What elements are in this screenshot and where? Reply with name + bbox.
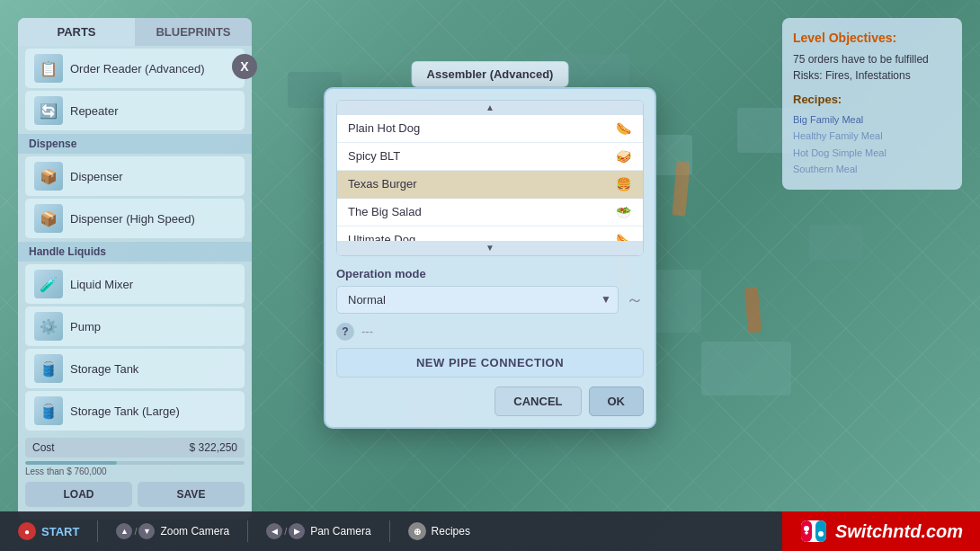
svg-rect-6 [806,531,807,535]
spicy-blt-label: Spicy BLT [348,149,400,163]
recipe-row-ultimate-dog[interactable]: Ultimate Dog 🌭 [337,227,643,241]
start-control: ● START [18,522,79,540]
recipe-list: Plain Hot Dog 🌭 Spicy BLT 🥪 Texas Burger… [337,115,643,241]
spicy-blt-icon: 🥪 [614,149,632,164]
pan-label: Pan Camera [310,525,370,538]
operation-mode-select-wrapper: Normal Boost Economy ▼ [336,286,619,314]
divider-3 [389,520,390,542]
texas-burger-icon: 🍔 [614,177,632,191]
divider-2 [247,520,248,542]
operation-mode-row: Normal Boost Economy ▼ ～ [336,286,644,314]
modal-overlay: ▲ Plain Hot Dog 🌭 Spicy BLT 🥪 Texas Burg… [0,0,980,551]
pipe-dashes: --- [361,324,373,338]
assembler-modal: ▲ Plain Hot Dog 🌭 Spicy BLT 🥪 Texas Burg… [324,87,656,429]
op-mode-symbol: ～ [626,288,644,312]
svg-point-4 [818,531,824,537]
nintendo-switch-icon [799,517,828,546]
ultimate-dog-label: Ultimate Dog [348,233,415,241]
operation-mode-section: Operation mode Normal Boost Economy ▼ ～ [336,267,644,314]
nintendo-brand-text: Switchntd.com [835,521,963,542]
big-salad-icon: 🥗 [614,205,632,219]
start-label: START [41,525,79,538]
dpad-down-icon[interactable]: ▼ [138,523,155,539]
cancel-button[interactable]: CANCEL [494,387,581,416]
dpad-left-icon[interactable]: ◀ [266,523,282,539]
pan-control: ◀ / ▶ Pan Camera [266,523,370,539]
zoom-label: Zoom Camera [160,525,229,538]
ultimate-dog-icon: 🌭 [614,233,632,241]
pan-slash: / [284,526,287,537]
big-salad-label: The Big Salad [348,205,422,218]
texas-burger-label: Texas Burger [348,177,417,191]
pipe-row: ? --- [336,323,644,341]
recipes-control: ⊕ Recipes [408,522,470,540]
recipe-row-big-salad[interactable]: The Big Salad 🥗 [337,199,643,227]
operation-mode-label: Operation mode [336,267,644,280]
svg-point-3 [804,526,809,531]
scroll-up-button[interactable]: ▲ [337,101,643,115]
nintendo-logo: Switchntd.com [782,511,980,551]
recipe-row-texas-burger[interactable]: Texas Burger 🍔 [337,171,643,199]
pan-dpad: ◀ / ▶ [266,523,305,539]
dpad-slash: / [134,526,137,537]
plain-hot-dog-icon: 🌭 [614,121,632,136]
dpad-up-icon[interactable]: ▲ [116,523,132,539]
recipes-circle-icon[interactable]: ⊕ [408,522,426,540]
scroll-down-button[interactable]: ▼ [337,241,643,255]
operation-mode-select[interactable]: Normal Boost Economy [336,286,619,314]
plain-hot-dog-label: Plain Hot Dog [348,121,420,135]
new-pipe-connection-button[interactable]: NEW PIPE CONNECTION [336,348,644,378]
recipes-label: Recipes [432,525,470,538]
recipe-row-spicy-blt[interactable]: Spicy BLT 🥪 [337,143,643,171]
ok-button[interactable]: OK [589,387,645,416]
pipe-help-button[interactable]: ? [336,323,354,341]
recipe-row-plain-hot-dog[interactable]: Plain Hot Dog 🌭 [337,115,643,143]
dpad-right-icon[interactable]: ▶ [289,523,305,539]
start-circle-icon[interactable]: ● [18,522,36,540]
modal-actions: CANCEL OK [336,387,644,416]
zoom-control: ▲ / ▼ Zoom Camera [116,523,229,539]
zoom-dpad: ▲ / ▼ [116,523,155,539]
divider-1 [97,520,98,542]
recipe-dropdown[interactable]: ▲ Plain Hot Dog 🌭 Spicy BLT 🥪 Texas Burg… [336,100,644,256]
